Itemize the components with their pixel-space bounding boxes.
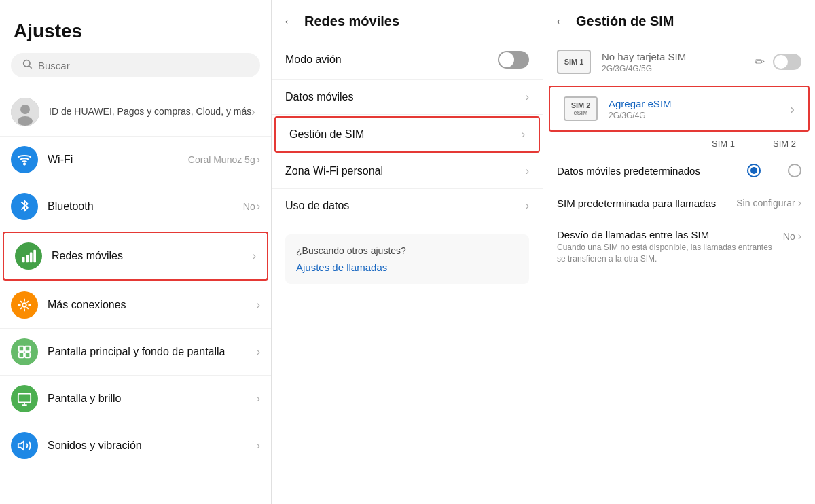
sim1-row[interactable]: SIM 1 No hay tarjeta SIM 2G/3G/4G/5G ✏ — [543, 40, 815, 84]
sonidos-chevron: › — [257, 439, 260, 452]
gestion-sim-row[interactable]: Gestión de SIM › — [274, 116, 540, 153]
mas-conexiones-label: Más conexiones — [48, 299, 257, 311]
wifi-value: Coral Munoz 5g › — [188, 154, 260, 166]
network-icon — [15, 242, 42, 270]
sidebar-item-sonidos[interactable]: Sonidos y vibración › — [0, 422, 271, 469]
search-bar[interactable] — [11, 53, 260, 77]
profile-chevron: › — [251, 106, 255, 118]
zona-wifi-chevron: › — [526, 165, 529, 177]
sim1-edit-icon[interactable]: ✏ — [755, 54, 765, 69]
bluetooth-label: Bluetooth — [48, 200, 243, 213]
mas-icon — [11, 291, 38, 319]
sim2-col-label: SIM 2 — [767, 139, 801, 149]
svg-point-0 — [24, 60, 30, 67]
gestion-back-arrow[interactable]: ← — [554, 14, 568, 29]
datos-pred-text: Datos móviles predeterminados — [557, 165, 747, 177]
sim2-info: Agregar eSIM 2G/3G/4G — [609, 98, 790, 120]
pantalla-fondo-label: Pantalla principal y fondo de pantalla — [48, 346, 257, 358]
sim-llamadas-value[interactable]: Sin configurar › — [736, 197, 801, 209]
search-input[interactable] — [38, 60, 249, 71]
sim2-chevron: › — [790, 101, 795, 117]
desvio-chevron: › — [798, 230, 801, 242]
display-icon — [11, 385, 38, 412]
redes-back-arrow[interactable]: ← — [283, 14, 296, 29]
sim2-tech: 2G/3G/4G — [609, 111, 790, 120]
redes-moviles-panel: ← Redes móviles Modo avión Datos móviles… — [272, 0, 543, 504]
sim1-status: No hay tarjeta SIM — [602, 51, 755, 62]
datos-moviles-chevron: › — [526, 91, 529, 103]
profile-item[interactable]: ID de HUAWEI, Pagos y compras, Cloud, y … — [0, 88, 271, 137]
sim1-col-label: SIM 1 — [706, 139, 740, 149]
uso-datos-label: Uso de datos — [285, 200, 526, 212]
sidebar-item-pantalla-fondo[interactable]: Pantalla principal y fondo de pantalla › — [0, 329, 271, 376]
sim2-slot-sub: eSIM — [573, 109, 587, 116]
sidebar-item-mas-conexiones[interactable]: Más conexiones › — [0, 282, 271, 329]
datos-pred-radios[interactable] — [747, 164, 801, 177]
svg-rect-12 — [25, 346, 30, 351]
desvio-main: Desvío de llamadas entre las SIM Cuando … — [543, 219, 815, 268]
sim-llamadas-row[interactable]: SIM predeterminada para llamadas Sin con… — [543, 187, 815, 219]
suggestion-box: ¿Buscando otros ajustes? Ajustes de llam… — [285, 234, 529, 284]
profile-text: ID de HUAWEI, Pagos y compras, Cloud, y … — [49, 105, 251, 119]
home-icon — [11, 338, 38, 365]
redes-chevron: › — [253, 250, 256, 262]
sim2-name: Agregar eSIM — [609, 98, 790, 109]
profile-label: ID de HUAWEI, Pagos y compras, Cloud, y … — [49, 105, 251, 119]
sidebar-item-wifi[interactable]: Wi-Fi Coral Munoz 5g › — [0, 137, 271, 183]
zona-wifi-row[interactable]: Zona Wi-Fi personal › — [272, 154, 543, 189]
svg-point-3 — [20, 105, 30, 114]
sim2-row[interactable]: SIM 2 eSIM Agregar eSIM 2G/3G/4G › — [549, 86, 810, 132]
wifi-icon — [11, 146, 38, 173]
svg-rect-8 — [30, 253, 33, 263]
desvio-value[interactable]: No › — [783, 229, 801, 242]
svg-rect-7 — [26, 255, 29, 262]
settings-left-panel: Ajustes ID de HUAWEI, Pagos y compras, C… — [0, 0, 272, 504]
sim-llamadas-chevron: › — [798, 197, 801, 209]
modo-avion-row[interactable]: Modo avión — [272, 40, 543, 80]
sound-icon — [11, 432, 38, 459]
settings-title: Ajustes — [0, 0, 271, 53]
sidebar-item-pantalla-brillo[interactable]: Pantalla y brillo › — [0, 376, 271, 422]
sim1-toggle[interactable] — [773, 54, 801, 70]
wifi-label: Wi-Fi — [48, 154, 188, 166]
bluetooth-chevron: › — [257, 200, 260, 213]
datos-pred-sim2-radio[interactable] — [788, 164, 801, 177]
redes-title: Redes móviles — [304, 14, 399, 29]
gestion-sim-title: Gestión de SIM — [576, 14, 674, 29]
zona-wifi-label: Zona Wi-Fi personal — [285, 165, 526, 177]
suggestion-link[interactable]: Ajustes de llamadas — [296, 262, 518, 273]
sim-llamadas-val-text: Sin configurar — [736, 198, 795, 209]
gestion-sim-header: ← Gestión de SIM — [543, 0, 815, 40]
desvio-section: Desvío de llamadas entre las SIM Cuando … — [543, 219, 815, 268]
search-icon — [22, 58, 33, 72]
gestion-sim-chevron: › — [522, 128, 525, 141]
svg-rect-9 — [33, 250, 36, 262]
svg-point-5 — [24, 163, 25, 164]
modo-avion-toggle[interactable] — [498, 51, 529, 69]
sim-table-header: SIM 1 SIM 2 — [543, 133, 815, 154]
sidebar-item-bluetooth[interactable]: Bluetooth No › — [0, 183, 271, 230]
svg-rect-11 — [19, 346, 24, 351]
svg-line-1 — [29, 66, 32, 69]
datos-pred-sim1-radio[interactable] — [747, 164, 761, 177]
desvio-text: Desvío de llamadas entre las SIM Cuando … — [557, 229, 783, 265]
sim-llamadas-text: SIM predeterminada para llamadas — [557, 198, 736, 209]
svg-rect-14 — [25, 353, 30, 357]
uso-datos-row[interactable]: Uso de datos › — [272, 189, 543, 223]
datos-moviles-row[interactable]: Datos móviles › — [272, 80, 543, 115]
redes-header: ← Redes móviles — [272, 0, 543, 40]
sonidos-label: Sonidos y vibración — [48, 439, 257, 452]
suggestion-title: ¿Buscando otros ajustes? — [296, 245, 518, 256]
gestion-sim-label: Gestión de SIM — [289, 128, 522, 141]
sim-llamadas-label: SIM predeterminada para llamadas — [557, 198, 736, 209]
redes-moviles-label: Redes móviles — [52, 250, 253, 262]
desvio-sub: Cuando una SIM no está disponible, las l… — [557, 242, 783, 265]
modo-avion-label: Modo avión — [285, 54, 498, 66]
datos-pred-label: Datos móviles predeterminados — [557, 165, 747, 177]
sidebar-item-redes-moviles[interactable]: Redes móviles › — [3, 232, 268, 281]
sim2-slot-label: SIM 2 — [571, 101, 591, 109]
datos-moviles-label: Datos móviles — [285, 91, 526, 103]
pantalla-brillo-label: Pantalla y brillo — [48, 393, 257, 405]
svg-point-4 — [18, 116, 33, 126]
sim2-card-icon: SIM 2 eSIM — [564, 96, 598, 121]
